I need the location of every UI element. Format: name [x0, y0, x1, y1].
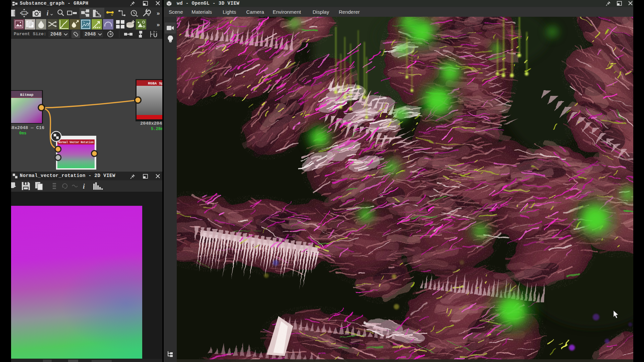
svg-text:2048x2048 -: 2048x2048 - — [140, 121, 162, 126]
svg-text:5.28ms: 5.28ms — [151, 127, 162, 131]
svg-text:Bitmap: Bitmap — [20, 93, 34, 97]
svg-text:48x2048 — C16: 48x2048 — C16 — [11, 125, 44, 130]
svg-text:RGBA Spli: RGBA Spli — [148, 81, 162, 85]
svg-text:»: » — [157, 10, 160, 16]
svg-text:1:1: 1:1 — [22, 12, 26, 15]
svg-text:»: » — [157, 21, 160, 28]
svg-text:0ms: 0ms — [19, 131, 26, 136]
svg-text:i: i — [47, 9, 49, 17]
svg-text:Normal Vector Rotation: Normal Vector Rotation — [58, 141, 94, 144]
svg-text:i: i — [83, 182, 85, 190]
